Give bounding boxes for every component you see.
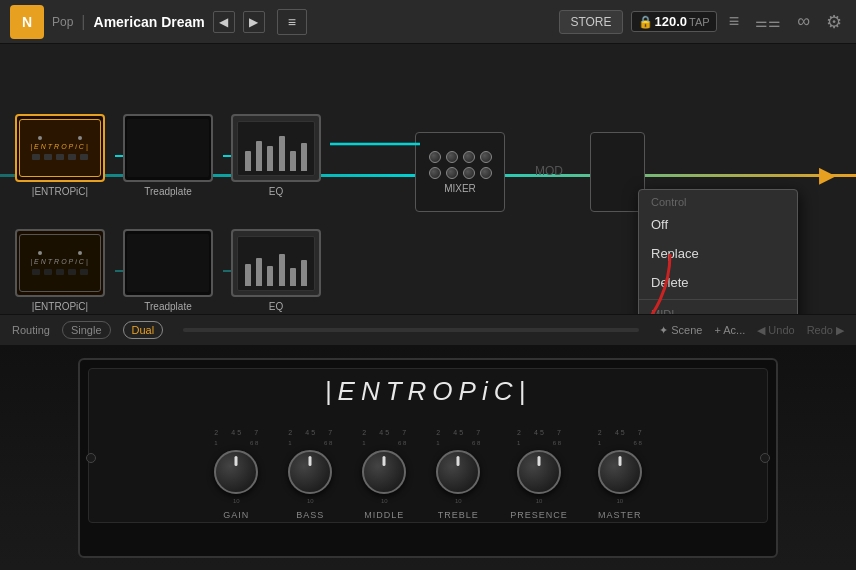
output-arrow: ▶ xyxy=(819,162,836,188)
single-mode-button[interactable]: Single xyxy=(62,321,111,339)
knob-gain: 24 57 16 8 10 GAIN xyxy=(214,429,258,520)
next-preset-button[interactable]: ▶ xyxy=(243,11,265,33)
mixer-knob[interactable] xyxy=(429,151,441,163)
chain-connector xyxy=(330,104,420,184)
connector xyxy=(115,270,123,272)
middle-label: MIDDLE xyxy=(364,510,404,520)
knob-treble: 24 57 16 8 10 TREBLE xyxy=(436,429,480,520)
presence-knob[interactable] xyxy=(517,450,561,494)
pedal-tread2-label: Treadplate xyxy=(144,301,191,312)
knob-master: 24 57 16 8 10 MASTER xyxy=(598,429,642,520)
chain-row-top: |ENTROPiC| |ENTROPiC| Treadplate xyxy=(15,114,331,197)
amp-input-jack xyxy=(86,453,96,463)
amp-output-jack xyxy=(760,453,770,463)
preset-genre: Pop xyxy=(52,15,73,29)
logo-text: N xyxy=(22,14,32,30)
redo-button[interactable]: Redo ▶ xyxy=(807,324,844,337)
top-bar: N Pop | American Dream ◀ ▶ ≡ STORE 🔒 120… xyxy=(0,0,856,44)
knob-row: 24 57 16 8 10 GAIN 24 57 16 8 10 BASS 24… xyxy=(214,429,642,520)
scene-button[interactable]: ✦ Scene xyxy=(659,324,702,337)
lock-icon: 🔒 xyxy=(638,15,653,29)
ctx-item-delete[interactable]: Delete xyxy=(639,268,797,297)
connector xyxy=(115,155,123,157)
pedal-eq1-label: EQ xyxy=(269,186,283,197)
pedal-eq2[interactable]: EQ xyxy=(231,229,321,312)
knob-presence: 24 57 16 8 10 PRESENCE xyxy=(510,429,568,520)
ctx-divider xyxy=(639,299,797,300)
pedal-eq1[interactable]: EQ xyxy=(231,114,321,197)
connector xyxy=(223,270,231,272)
connector xyxy=(223,155,231,157)
reverb-box[interactable] xyxy=(590,132,645,212)
presence-label: PRESENCE xyxy=(510,510,568,520)
list-icon-button[interactable]: ≡ xyxy=(725,7,744,36)
ctx-item-replace[interactable]: Replace xyxy=(639,239,797,268)
bass-label: BASS xyxy=(296,510,324,520)
mixer-knobs xyxy=(429,151,492,163)
settings-icon-button[interactable]: ⚙ xyxy=(822,7,846,37)
pedal-tread1-label: Treadplate xyxy=(144,186,191,197)
store-button[interactable]: STORE xyxy=(559,10,622,34)
mixer-knob[interactable] xyxy=(446,167,458,179)
mixer-box[interactable]: MIXER xyxy=(415,132,505,212)
eq-icon-button[interactable]: ⚌⚌ xyxy=(751,10,785,34)
master-label: MASTER xyxy=(598,510,642,520)
bottom-bar: Routing Single Dual ✦ Scene + Ac... ◀ Un… xyxy=(0,314,856,346)
ctx-section-midi: MIDI xyxy=(639,302,797,314)
gain-knob[interactable] xyxy=(214,450,258,494)
undo-button[interactable]: ◀ Undo xyxy=(757,324,794,337)
mixer-knob[interactable] xyxy=(463,167,475,179)
mixer-knob[interactable] xyxy=(480,151,492,163)
tap-button[interactable]: TAP xyxy=(689,16,710,28)
amp-detail-box: |ENTROPiC| 24 57 16 8 10 GAIN 24 57 16 8… xyxy=(78,358,778,558)
context-menu: Control Off Replace Delete MIDI Assignme… xyxy=(638,189,798,314)
pedal-amp2-label: |ENTROPiC| xyxy=(32,301,88,312)
mixer-knob[interactable] xyxy=(463,151,475,163)
pedal-amp1-label: |ENTROPiC| xyxy=(32,186,88,197)
preset-name: American Dream xyxy=(94,14,205,30)
chain-row-bottom: |ENTROPiC| |ENTROPiC| Treadplate xyxy=(15,229,331,312)
loop-icon-button[interactable]: ∞ xyxy=(793,7,814,36)
pedal-amp2[interactable]: |ENTROPiC| |ENTROPiC| xyxy=(15,229,105,312)
menu-button[interactable]: ≡ xyxy=(277,9,307,35)
routing-label: Routing xyxy=(12,324,50,336)
chain-scroll[interactable] xyxy=(183,328,639,332)
gain-label: GAIN xyxy=(223,510,249,520)
amp-inner: |ENTROPiC| 24 57 16 8 10 GAIN 24 57 16 8… xyxy=(88,368,768,523)
master-knob[interactable] xyxy=(598,450,642,494)
bpm-display: 🔒 120.0 TAP xyxy=(631,11,717,32)
mod-label: MOD xyxy=(535,164,563,178)
mixer-label: MIXER xyxy=(444,183,476,194)
pedal-eq2-label: EQ xyxy=(269,301,283,312)
mixer-knob[interactable] xyxy=(446,151,458,163)
preset-nav: Pop | American Dream xyxy=(52,13,205,31)
knob-bass: 24 57 16 8 10 BASS xyxy=(288,429,332,520)
ctx-section-control: Control xyxy=(639,190,797,210)
knob-middle: 24 57 16 8 10 MIDDLE xyxy=(362,429,406,520)
logo[interactable]: N xyxy=(10,5,44,39)
middle-knob[interactable] xyxy=(362,450,406,494)
mixer-knob[interactable] xyxy=(429,167,441,179)
bass-knob[interactable] xyxy=(288,450,332,494)
dual-mode-button[interactable]: Dual xyxy=(123,321,164,339)
amp-detail: |ENTROPiC| 24 57 16 8 10 GAIN 24 57 16 8… xyxy=(0,346,856,566)
pedal-tread1[interactable]: Treadplate xyxy=(123,114,213,197)
treble-label: TREBLE xyxy=(438,510,479,520)
pedal-tread2[interactable]: Treadplate xyxy=(123,229,213,312)
ctx-item-off[interactable]: Off xyxy=(639,210,797,239)
treble-knob[interactable] xyxy=(436,450,480,494)
pedal-amp1[interactable]: |ENTROPiC| |ENTROPiC| xyxy=(15,114,105,197)
add-button[interactable]: + Ac... xyxy=(714,324,745,336)
signal-chain: |ENTROPiC| |ENTROPiC| Treadplate xyxy=(0,44,856,314)
prev-preset-button[interactable]: ◀ xyxy=(213,11,235,33)
mixer-knob[interactable] xyxy=(480,167,492,179)
bpm-value: 120.0 xyxy=(655,14,688,29)
amp-detail-name: |ENTROPiC| xyxy=(325,376,531,407)
